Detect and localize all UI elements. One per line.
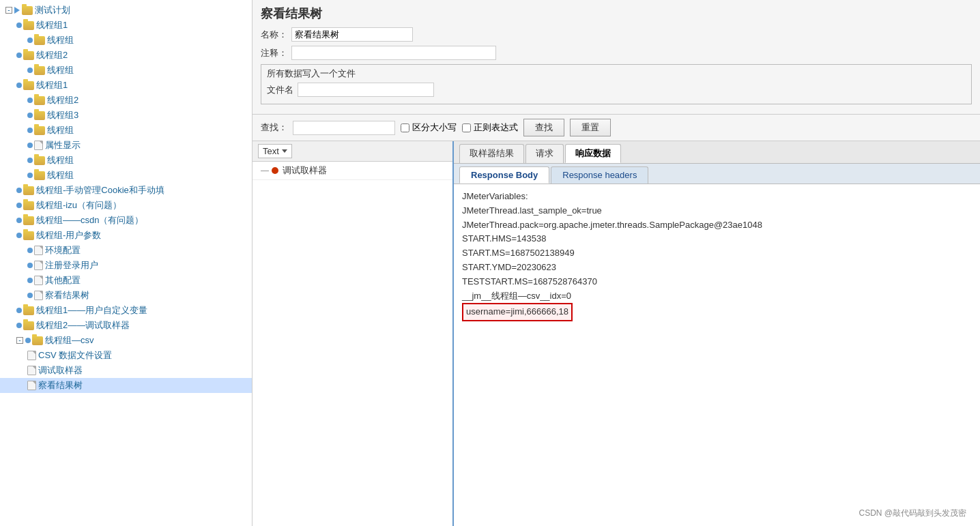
- tree-item-t9[interactable]: 属性显示: [0, 138, 252, 153]
- tree-dot: [27, 128, 33, 133]
- reset-button[interactable]: 重置: [570, 119, 611, 136]
- response-line: username=jimi,666666,18: [462, 303, 972, 321]
- tree-item-root[interactable]: -测试计划: [0, 3, 252, 18]
- folder-icon: [23, 186, 34, 195]
- tree-item-t6[interactable]: 线程组2: [0, 93, 252, 108]
- file-row: 文件名: [267, 83, 966, 97]
- folder-icon: [34, 111, 45, 120]
- tree-dot: [16, 203, 22, 208]
- section-title: 所有数据写入一个文件: [267, 68, 966, 80]
- status-dot-icon: [272, 167, 278, 174]
- expand-icon[interactable]: -: [16, 337, 23, 344]
- tree-label: 线程组2——调试取样器: [36, 319, 130, 332]
- tab-sampler[interactable]: 取样器结果: [459, 144, 524, 163]
- tree-dot: [16, 218, 22, 223]
- tree-item-t12[interactable]: 线程组-手动管理Cookie和手动填: [0, 183, 252, 198]
- tree-item-t3[interactable]: 线程组2: [0, 48, 252, 63]
- search-input[interactable]: [293, 121, 395, 135]
- tree-dot: [27, 248, 33, 253]
- tree-label: 调试取样器: [38, 364, 83, 377]
- comment-row: 注释：: [261, 46, 972, 60]
- tree-dot: [27, 158, 33, 163]
- tree-label: 察看结果树: [45, 289, 89, 302]
- file-icon: [34, 291, 43, 300]
- tree-item-t17[interactable]: 注册登录用户: [0, 258, 252, 273]
- tree-item-t2[interactable]: 线程组: [0, 33, 252, 48]
- tree-label: 线程组-izu（有问题）: [36, 199, 121, 211]
- tree-dot: [27, 98, 33, 103]
- folder-icon: [23, 231, 34, 240]
- file-section: 所有数据写入一个文件 文件名: [261, 64, 972, 104]
- tree-item-t1[interactable]: 线程组1: [0, 18, 252, 33]
- regex-label: 正则表达式: [474, 121, 518, 134]
- folder-icon: [34, 126, 45, 135]
- tree-dot: [27, 263, 33, 268]
- tree-dot: [16, 233, 22, 238]
- response-line: JMeterVariables:: [462, 190, 972, 204]
- case-sensitive-checkbox[interactable]: [401, 123, 409, 132]
- tree-label: 线程组——csdn（有问题）: [36, 214, 143, 227]
- tree-label: 察看结果树: [38, 379, 83, 392]
- result-label: 调试取样器: [283, 164, 327, 177]
- tree-dot: [16, 23, 22, 28]
- folder-icon: [23, 51, 34, 60]
- tree-label: 线程组: [47, 154, 74, 166]
- text-dropdown-label: Text: [263, 146, 279, 156]
- folder-icon: [32, 336, 43, 345]
- tree-item-t16[interactable]: 环境配置: [0, 243, 252, 258]
- tree-item-t20[interactable]: 线程组1——用户自定义变量: [0, 303, 252, 318]
- file-input[interactable]: [298, 83, 434, 97]
- folder-icon: [23, 216, 34, 225]
- folder-icon: [22, 6, 33, 15]
- sub-tab-body[interactable]: Response Body: [459, 166, 549, 184]
- name-label: 名称：: [261, 29, 287, 41]
- tree-dot: [16, 188, 22, 193]
- tree-item-t11[interactable]: 线程组: [0, 168, 252, 183]
- tree-item-t8[interactable]: 线程组: [0, 123, 252, 138]
- tree-item-t10[interactable]: 线程组: [0, 153, 252, 168]
- tab-request[interactable]: 请求: [525, 144, 564, 163]
- tree-label: 线程组1: [36, 79, 68, 91]
- tree-item-t23[interactable]: CSV 数据文件设置: [0, 348, 252, 363]
- tree-item-t4[interactable]: 线程组: [0, 63, 252, 78]
- tree-label: 线程组: [47, 64, 74, 76]
- tree-label: 线程组: [47, 124, 74, 136]
- tree-item-t25[interactable]: 察看结果树: [0, 378, 252, 393]
- tree-label: 其他配置: [45, 274, 81, 287]
- main-tabs-row: 取样器结果请求响应数据: [454, 141, 980, 164]
- dropdown-arrow-icon: [282, 149, 287, 153]
- tree-dot: [27, 173, 33, 178]
- tree-item-t7[interactable]: 线程组3: [0, 108, 252, 123]
- response-line: TESTSTART.MS=1687528764370: [462, 275, 972, 289]
- result-tree-item[interactable]: — 调试取样器: [253, 162, 452, 180]
- file-icon: [34, 246, 43, 255]
- tree-item-t18[interactable]: 其他配置: [0, 273, 252, 288]
- response-line: JMeterThread.last_sample_ok=true: [462, 204, 972, 218]
- tree-label: 线程组2: [36, 49, 68, 61]
- tree-item-t19[interactable]: 察看结果树: [0, 288, 252, 303]
- tree-dot: [27, 143, 33, 148]
- file-icon: [27, 366, 36, 375]
- comment-input[interactable]: [291, 46, 496, 60]
- tree-dot: [25, 338, 31, 343]
- content-area: Text — 调试取样器 取样器结果请求响应数据 Response BodyRe…: [253, 141, 980, 526]
- regex-checkbox[interactable]: [462, 123, 471, 132]
- sub-tab-headers[interactable]: Response headers: [551, 166, 648, 184]
- text-dropdown[interactable]: Text: [258, 144, 292, 158]
- tree-label: 线程组-用户参数: [36, 229, 101, 242]
- tree-item-t24[interactable]: 调试取样器: [0, 363, 252, 378]
- tree-item-t22[interactable]: -线程组—csv: [0, 333, 252, 348]
- tab-response[interactable]: 响应数据: [565, 144, 621, 163]
- tree-item-t5[interactable]: 线程组1: [0, 78, 252, 93]
- expand-icon[interactable]: -: [5, 7, 12, 14]
- tree-item-t15[interactable]: 线程组-用户参数: [0, 228, 252, 243]
- tree-item-t14[interactable]: 线程组——csdn（有问题）: [0, 213, 252, 228]
- tree-item-t21[interactable]: 线程组2——调试取样器: [0, 318, 252, 333]
- find-button[interactable]: 查找: [523, 119, 564, 136]
- tree-label: 线程组2: [47, 94, 78, 106]
- tree-item-t13[interactable]: 线程组-izu（有问题）: [0, 198, 252, 213]
- tree-dot: [27, 38, 33, 43]
- folder-icon: [34, 66, 45, 75]
- name-input[interactable]: [291, 27, 413, 42]
- left-tree-panel: -测试计划线程组1线程组线程组2线程组线程组1线程组2线程组3线程组属性显示线程…: [0, 0, 253, 526]
